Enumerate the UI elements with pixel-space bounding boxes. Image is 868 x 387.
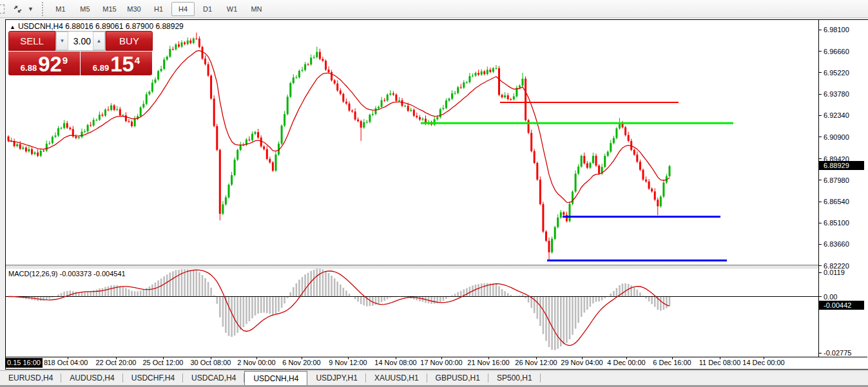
timeframe-button-m1[interactable]: M1 <box>49 2 72 16</box>
time-tick-label: 2 Nov 00:00 <box>237 359 275 366</box>
sell-price-prefix: 6.88 <box>21 63 37 73</box>
price-tick-6.90900: 6.90900 <box>819 133 849 141</box>
volume-decrease-button[interactable]: ▼ <box>56 32 68 50</box>
timeframe-button-mn[interactable]: MN <box>245 2 268 16</box>
time-tick-label: 22 Oct 20:00 <box>96 359 137 366</box>
macd-tick-0.0119: 0.0119 <box>819 269 845 277</box>
time-axis[interactable]: 0.15 16:00818 Oct 04:0022 Oct 20:0025 Oc… <box>6 357 867 369</box>
time-tick-label: 17 Nov 00:00 <box>420 359 462 366</box>
time-tick-label: 26 Nov 12:00 <box>515 359 557 366</box>
dropdown-caret-icon[interactable]: ▼ <box>28 6 35 12</box>
macd-tick--0.02775: -0.02775 <box>819 349 851 357</box>
time-tick-label: 4 Dec 00:00 <box>607 359 645 366</box>
time-tick-mark <box>396 357 396 359</box>
time-tick-label: 29 Nov 04:00 <box>561 359 603 366</box>
one-click-trade-panel: SELL ▼ 3.00 ▲ BUY 6.88 92 9 6.89 15 4 <box>8 31 153 75</box>
crosshair-time-label: 0.15 16:00 <box>6 358 43 368</box>
symbol-tab-audusd[interactable]: AUDUSD,H4 <box>61 371 122 385</box>
time-tick-mark <box>116 357 117 359</box>
time-tick-label: 9 Nov 12:00 <box>329 359 367 366</box>
time-tick-mark <box>626 357 627 359</box>
time-tick-mark <box>720 357 720 359</box>
time-tick-label: 25 Oct 12:00 <box>143 359 184 366</box>
macd-tick-0.00: 0.00 <box>819 292 837 301</box>
sell-price-pips: 92 <box>38 53 62 75</box>
timeframe-button-h1[interactable]: H1 <box>147 2 170 16</box>
time-tick-label: 18 Oct 04:00 <box>48 359 88 366</box>
price-tick-6.86540: 6.86540 <box>819 198 849 206</box>
buy-price-pips: 15 <box>110 53 134 75</box>
symbol-tab-usdchf[interactable]: USDCHF,H4 <box>123 371 183 385</box>
time-tick-mark <box>536 357 537 359</box>
timeframe-buttons: M1M5M15M30H1H4D1W1MN <box>48 2 269 16</box>
trading-terminal-window: ▼ M1M5M15M30H1H4D1W1MN ▲USDCNH,H4 6.8801… <box>0 0 868 387</box>
volume-increase-button[interactable]: ▲ <box>93 32 105 50</box>
time-tick-label: 6 Nov 20:00 <box>282 359 320 366</box>
symbol-tab-usdjpy[interactable]: USDJPY,H1 <box>307 371 365 385</box>
timeframe-button-m5[interactable]: M5 <box>73 2 97 16</box>
price-tick-6.83660: 6.83660 <box>819 240 849 249</box>
current-price-label: 6.88929 <box>819 161 864 170</box>
timeframe-button-m30[interactable]: M30 <box>122 2 146 16</box>
symbol-tab-usdcnh[interactable]: USDCNH,H4 <box>244 371 307 385</box>
symbol-tabbar: EURUSD,H4AUDUSD,H4USDCHF,H4USDCAD,H4USDC… <box>0 370 868 385</box>
buy-price-button[interactable]: 6.89 15 4 <box>81 52 152 75</box>
chart-title: ▲USDCNH,H4 6.88016 6.89061 6.87900 6.889… <box>10 22 184 31</box>
price-tick-6.98100: 6.98100 <box>819 26 849 34</box>
sell-price-point: 9 <box>63 55 68 66</box>
macd-indicator-pane[interactable] <box>6 269 818 357</box>
time-tick-mark <box>302 357 302 359</box>
time-tick-mark <box>68 357 68 359</box>
price-axis: 6.981006.966606.952206.937806.923406.909… <box>819 20 867 357</box>
time-tick-label: 30 Oct 08:00 <box>191 359 231 366</box>
chart-active-marker-icon: ▲ <box>10 24 15 30</box>
grip-separator <box>42 2 43 16</box>
buy-price-point: 4 <box>135 55 140 66</box>
time-tick-mark <box>211 357 211 359</box>
timeframe-button-w1[interactable]: W1 <box>220 2 244 16</box>
time-tick-label: 14 Nov 08:00 <box>374 359 416 366</box>
time-tick-mark <box>441 357 442 359</box>
volume-input[interactable]: 3.00 <box>68 32 93 50</box>
symbol-tab-usdcad[interactable]: USDCAD,H4 <box>183 371 244 385</box>
time-tick-mark <box>582 357 583 359</box>
symbol-tab-eurusd[interactable]: EURUSD,H4 <box>0 371 61 385</box>
time-tick-label: 21 Nov 16:00 <box>467 359 509 366</box>
time-tick-mark <box>163 357 164 359</box>
timeframe-button-m15[interactable]: M15 <box>98 2 121 16</box>
time-tick-mark <box>764 357 764 359</box>
time-tick-mark <box>348 357 349 359</box>
price-tick-6.95220: 6.95220 <box>819 68 849 77</box>
symbol-tab-xauusd[interactable]: XAUUSD,H1 <box>366 371 427 385</box>
chart-shift-arrows-icon[interactable] <box>11 3 26 15</box>
time-tick-mark <box>488 357 489 359</box>
macd-current-value-label: -0.00442 <box>819 301 864 310</box>
clipped-tool-icon[interactable] <box>0 5 5 14</box>
timeframe-toolbar: ▼ M1M5M15M30H1H4D1W1MN <box>0 0 868 18</box>
time-tick-label: 6 Dec 16:00 <box>653 359 691 366</box>
sell-button[interactable]: SELL <box>8 31 55 51</box>
sell-price-button[interactable]: 6.88 92 9 <box>8 52 80 75</box>
time-tick-mark <box>672 357 673 359</box>
time-tick-label: 14 Dec 00:00 <box>742 359 784 366</box>
price-tick-6.92340: 6.92340 <box>819 111 849 120</box>
buy-price-prefix: 6.89 <box>93 63 109 73</box>
time-tick-label: 11 Dec 08:00 <box>699 359 741 366</box>
timeframe-button-d1[interactable]: D1 <box>196 2 219 16</box>
chart-area: ▲USDCNH,H4 6.88016 6.89061 6.87900 6.889… <box>5 19 868 370</box>
buy-button[interactable]: BUY <box>106 31 153 51</box>
price-tick-6.96660: 6.96660 <box>819 47 849 55</box>
macd-label: MACD(12,26,9) -0.003373 -0.004541 <box>8 270 126 278</box>
timeframe-button-h4[interactable]: H4 <box>171 2 195 16</box>
price-tick-6.87980: 6.87980 <box>819 176 849 184</box>
time-tick-mark <box>256 357 257 359</box>
symbol-tab-gbpusd[interactable]: GBPUSD,H1 <box>427 371 488 385</box>
price-tick-6.85100: 6.85100 <box>819 219 849 227</box>
symbol-tab-sp500[interactable]: SP500,H1 <box>488 371 541 385</box>
price-tick-6.93780: 6.93780 <box>819 90 849 99</box>
volume-spinner: ▼ 3.00 ▲ <box>55 31 106 51</box>
chart-title-text: USDCNH,H4 6.88016 6.89061 6.87900 6.8892… <box>18 22 184 31</box>
